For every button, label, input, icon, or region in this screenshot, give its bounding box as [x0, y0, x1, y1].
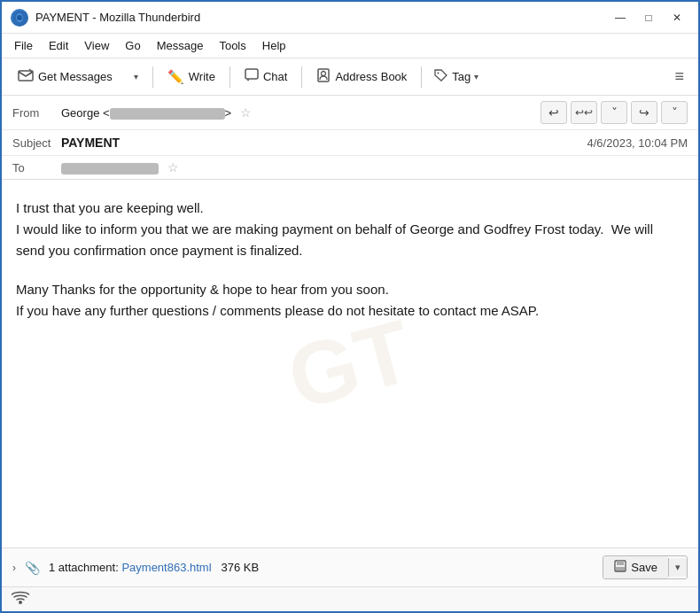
attachment-count-text: 1 attachment: — [49, 561, 119, 574]
thunderbird-window: PAYMENT - Mozilla Thunderbird — □ ✕ File… — [0, 0, 700, 613]
save-icon — [614, 560, 626, 575]
subject-value: PAYMENT — [61, 136, 587, 150]
tag-dropdown-icon: ▾ — [474, 72, 478, 81]
minimize-button[interactable]: — — [608, 9, 633, 27]
reply-all-icon: ↩↩ — [575, 106, 593, 119]
address-book-button[interactable]: Address Book — [307, 65, 416, 89]
svg-rect-9 — [616, 567, 625, 570]
email-action-buttons: ↩ ↩↩ ˅ ↪ ˅ — [541, 101, 688, 124]
save-button-group: Save ▾ — [603, 555, 688, 579]
toolbar-separator-2 — [229, 66, 230, 88]
toolbar-separator-1 — [152, 66, 153, 88]
menu-view[interactable]: View — [77, 36, 116, 55]
status-bar — [2, 586, 698, 611]
title-bar: PAYMENT - Mozilla Thunderbird — □ ✕ — [2, 2, 698, 34]
attachment-bar: › 📎 1 attachment: Payment863.html 376 KB… — [2, 547, 698, 586]
get-messages-dropdown[interactable]: ▾ — [125, 68, 147, 85]
attachment-clip-icon: 📎 — [25, 561, 40, 575]
forward-button[interactable]: ↪ — [631, 101, 657, 124]
close-button[interactable]: ✕ — [665, 9, 689, 27]
tag-button[interactable]: Tag ▾ — [427, 66, 486, 88]
from-email-masked — [110, 108, 225, 120]
toolbar-separator-4 — [421, 66, 422, 88]
address-book-label: Address Book — [335, 70, 407, 83]
chat-icon — [245, 68, 259, 85]
attachment-count: 1 attachment: Payment863.html 376 KB — [49, 561, 259, 574]
write-label: Write — [189, 70, 215, 83]
to-star-icon[interactable]: ☆ — [167, 160, 179, 175]
email-paragraph-1: I trust that you are keeping well. I wou… — [16, 198, 684, 261]
chat-label: Chat — [263, 70, 287, 83]
wifi-icon — [11, 591, 30, 608]
reply-button[interactable]: ↩ — [541, 101, 567, 124]
svg-rect-3 — [245, 69, 258, 79]
menu-file[interactable]: File — [7, 36, 40, 55]
svg-point-6 — [438, 73, 439, 74]
toolbar-separator-3 — [301, 66, 302, 88]
toolbar: Get Messages ▾ ✏️ Write Chat — [2, 58, 698, 96]
from-suffix: > — [225, 106, 232, 120]
attachment-expand-icon[interactable]: › — [12, 562, 16, 574]
email-body: GT I trust that you are keeping well. I … — [2, 180, 698, 547]
thunderbird-logo — [11, 9, 28, 27]
forward-icon: ↪ — [639, 105, 649, 120]
svg-point-5 — [322, 72, 326, 76]
from-star-icon[interactable]: ☆ — [240, 105, 252, 120]
menu-edit[interactable]: Edit — [42, 36, 75, 55]
reply-icon: ↩ — [548, 105, 559, 120]
more-actions-button[interactable]: ˅ — [661, 101, 688, 124]
save-dropdown-button[interactable]: ▾ — [668, 558, 687, 577]
from-value: George < > ☆ — [61, 105, 541, 120]
write-button[interactable]: ✏️ Write — [159, 66, 224, 89]
maximize-button[interactable]: □ — [636, 9, 661, 27]
save-dropdown-icon: ▾ — [675, 562, 681, 572]
from-name: George < — [61, 106, 110, 120]
attachment-filename[interactable]: Payment863.html — [121, 561, 211, 574]
hamburger-menu-button[interactable]: ≡ — [667, 64, 691, 89]
dropdown-arrow-icon: ▾ — [134, 72, 138, 81]
title-bar-left: PAYMENT - Mozilla Thunderbird — [11, 9, 200, 27]
attachment-size: 376 KB — [221, 561, 259, 574]
to-email-masked — [61, 163, 159, 175]
reply-all-button[interactable]: ↩↩ — [571, 101, 597, 124]
menu-message[interactable]: Message — [150, 36, 211, 55]
address-book-icon — [316, 68, 331, 85]
email-paragraph-2: Many Thanks for the opportunity & hope t… — [16, 279, 684, 322]
subject-row: Subject PAYMENT 4/6/2023, 10:04 PM — [2, 130, 698, 156]
reply-dropdown-icon: ˅ — [611, 105, 618, 120]
from-label: From — [12, 106, 61, 120]
window-controls: — □ ✕ — [608, 9, 689, 27]
menu-go[interactable]: Go — [118, 36, 147, 55]
reply-dropdown-button[interactable]: ˅ — [601, 101, 627, 124]
from-row: From George < > ☆ ↩ ↩↩ ˅ ↪ — [2, 96, 698, 130]
email-header: From George < > ☆ ↩ ↩↩ ˅ ↪ — [2, 96, 698, 180]
subject-label: Subject — [12, 136, 61, 150]
get-messages-button[interactable]: Get Messages — [9, 65, 121, 89]
to-label: To — [12, 161, 61, 175]
tag-label: Tag — [452, 70, 471, 83]
menu-bar: File Edit View Go Message Tools Help — [2, 34, 698, 58]
to-value: ☆ — [61, 160, 688, 175]
write-icon: ✏️ — [167, 69, 184, 85]
save-button[interactable]: Save — [603, 556, 668, 578]
more-icon: ˅ — [672, 105, 678, 120]
tag-icon — [434, 69, 448, 84]
menu-tools[interactable]: Tools — [212, 36, 253, 55]
get-messages-icon — [18, 68, 34, 85]
chat-button[interactable]: Chat — [236, 65, 296, 89]
svg-point-10 — [19, 601, 22, 604]
menu-help[interactable]: Help — [255, 36, 293, 55]
to-row: To ☆ — [2, 156, 698, 179]
svg-point-1 — [17, 15, 22, 20]
get-messages-label: Get Messages — [38, 70, 113, 83]
save-label: Save — [631, 561, 657, 574]
window-title: PAYMENT - Mozilla Thunderbird — [35, 11, 200, 24]
svg-rect-8 — [617, 561, 624, 565]
date-value: 4/6/2023, 10:04 PM — [587, 136, 688, 150]
